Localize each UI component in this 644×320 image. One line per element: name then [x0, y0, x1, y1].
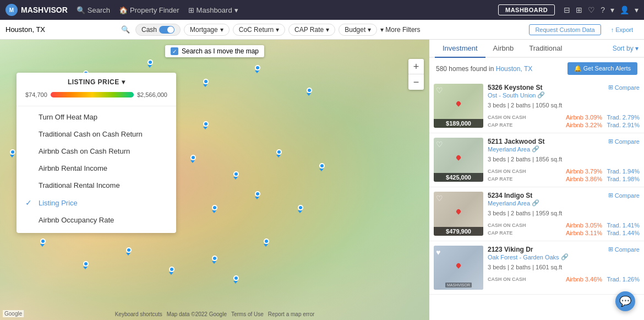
- dropdown-title[interactable]: LISTING PRICE ▾: [25, 78, 167, 86]
- help-icon[interactable]: ?: [601, 6, 605, 14]
- menu-item-traditional-income[interactable]: Traditional Rental Income: [17, 177, 176, 194]
- compare-button[interactable]: ⊞ Compare: [608, 84, 640, 91]
- map-pin[interactable]: [203, 79, 209, 84]
- chevron-down-icon: ▾: [234, 6, 238, 14]
- map-footer-report[interactable]: Report a map error: [268, 311, 314, 317]
- filter-group: Cash Mortgage ▾ CoC Return ▾ CAP Rate ▾ …: [135, 24, 523, 36]
- tab-airbnb[interactable]: Airbnb: [485, 40, 522, 58]
- coc-filter[interactable]: CoC Return ▾: [233, 24, 285, 36]
- cash-toggle[interactable]: [159, 26, 174, 34]
- nav-property-finder[interactable]: 🏠 Property Finder: [119, 6, 179, 14]
- cap-rate-filter[interactable]: CAP Rate ▾: [288, 24, 335, 36]
- coc-airbnb-value: Airbnb 3.09%: [566, 114, 602, 121]
- grid-icon-2[interactable]: ⊟: [564, 6, 570, 14]
- listing-card[interactable]: ♥ 2123 Viking Dr Oak Forest - Garden Oak…: [429, 241, 644, 295]
- map-pin[interactable]: [255, 65, 260, 70]
- map-pin[interactable]: [10, 149, 15, 155]
- sort-by-button[interactable]: Sort by ▾: [613, 40, 638, 57]
- tab-traditional[interactable]: Traditional: [521, 40, 570, 58]
- menu-item-airbnb-income[interactable]: Airbnb Rental Income: [17, 160, 176, 177]
- cap-rate-label: CAP RATE: [488, 230, 512, 236]
- favorite-icon[interactable]: ♥: [436, 248, 440, 257]
- check-icon: ✓: [25, 198, 34, 207]
- table-icon[interactable]: ⊞: [576, 6, 582, 14]
- listing-card[interactable]: ♡ $479,900 5234 Indigo St Meyerland Area…: [429, 187, 644, 241]
- search-as-move-checkbox[interactable]: ✓ Search as I move the map: [165, 45, 264, 57]
- chat-bubble-button[interactable]: 💬: [615, 291, 635, 311]
- map-footer-shortcuts[interactable]: Keyboard shortcuts: [115, 311, 162, 317]
- menu-item-traditional-coc[interactable]: Traditional Cash on Cash Return: [17, 126, 176, 143]
- map-pin[interactable]: [264, 238, 269, 244]
- search-icon[interactable]: 🔍: [121, 25, 130, 34]
- menu-item-airbnb-occ[interactable]: Airbnb Occupancy Rate: [17, 211, 176, 229]
- compare-icon: ⊞: [608, 192, 613, 199]
- more-filters-btn[interactable]: ▾ More Filters: [380, 26, 420, 34]
- budget-filter[interactable]: Budget ▾: [339, 24, 377, 36]
- coc-values-row: Airbnb 3.09% Trad. 2.79%: [566, 114, 640, 121]
- nav-mashboard[interactable]: ⊞ Mashboard ▾: [188, 6, 238, 14]
- mashboard-cta-button[interactable]: MASHBOARD: [498, 4, 555, 15]
- map-pin[interactable]: [212, 205, 217, 210]
- cap-airbnb-value: Airbnb 3.22%: [566, 122, 602, 128]
- compare-button[interactable]: ⊞ Compare: [608, 192, 640, 199]
- coc-airbnb-value: Airbnb 3.05%: [566, 222, 602, 229]
- chevron-down-icon-2[interactable]: ▾: [610, 6, 614, 14]
- zoom-out-button[interactable]: −: [408, 74, 424, 90]
- menu-item-turn-off[interactable]: Turn Off Heat Map: [17, 109, 176, 126]
- user-icon[interactable]: 👤: [620, 6, 629, 14]
- listing-price-badge: $189,000: [434, 119, 483, 128]
- export-button[interactable]: ↑ Export: [605, 24, 638, 35]
- map-pin[interactable]: [40, 238, 46, 244]
- cash-label: Cash: [141, 26, 157, 34]
- favorite-icon[interactable]: ♡: [436, 86, 443, 95]
- compare-button[interactable]: ⊞ Compare: [608, 246, 640, 253]
- map-pin[interactable]: [233, 171, 239, 177]
- heart-icon[interactable]: ♡: [588, 6, 595, 14]
- map-pin[interactable]: [190, 155, 196, 160]
- favorite-icon[interactable]: ♡: [436, 194, 443, 203]
- custom-data-button[interactable]: Request Custom Data: [529, 24, 601, 35]
- listing-card[interactable]: ♡ $189,000 5326 Keystone St Ost - South …: [429, 79, 644, 133]
- chevron-down-icon-3[interactable]: ▾: [635, 6, 638, 14]
- listing-card[interactable]: ♡ $425,000 5211 Jackwood St Meyerland Ar…: [429, 133, 644, 187]
- map-pin[interactable]: [169, 267, 174, 272]
- map-pin[interactable]: [319, 163, 325, 169]
- location-input[interactable]: [6, 25, 116, 34]
- menu-item-airbnb-coc[interactable]: Airbnb Cash on Cash Return: [17, 143, 176, 160]
- map-pin[interactable]: [233, 275, 239, 281]
- nav-mb-label: Mashboard: [197, 6, 232, 14]
- zoom-in-button[interactable]: +: [408, 59, 424, 74]
- map-footer-terms[interactable]: Terms of Use: [231, 311, 264, 317]
- get-search-alerts-button[interactable]: 🔔 Get Search Alerts: [567, 62, 637, 75]
- zoom-controls: + −: [408, 59, 424, 90]
- map-pin[interactable]: [203, 121, 209, 127]
- cash-filter[interactable]: Cash: [135, 24, 181, 36]
- cap-trad-value: Trad. 2.91%: [607, 122, 640, 128]
- map-pin[interactable]: [276, 149, 282, 155]
- scale-max-value: $2,566,000: [137, 91, 167, 98]
- coc-label: CASH ON CASH: [488, 115, 526, 120]
- mortgage-filter[interactable]: Mortgage ▾: [184, 24, 230, 36]
- menu-item-listing-price[interactable]: ✓ Listing Price: [17, 194, 176, 211]
- listing-specs: 3 beds | 2 baths | 1856 sq.ft: [488, 156, 640, 162]
- menu-item-label: Airbnb Rental Income: [39, 164, 107, 172]
- favorite-icon[interactable]: ♡: [436, 140, 443, 149]
- results-location: Houston, TX: [496, 65, 532, 73]
- compare-button[interactable]: ⊞ Compare: [608, 138, 640, 145]
- coc-label: CASH ON CASH: [488, 169, 526, 174]
- map-pin[interactable]: [307, 88, 312, 93]
- map-pin[interactable]: [126, 247, 132, 253]
- map-pin[interactable]: [83, 261, 89, 267]
- home-icon: 🏠: [119, 6, 128, 14]
- listing-stats: CASH ON CASH Airbnb 3.09% Trad. 2.79% CA…: [488, 114, 640, 128]
- tab-investment[interactable]: Investment: [435, 40, 485, 58]
- search-bar-actions: Request Custom Data ↑ Export: [529, 24, 638, 35]
- map-pin[interactable]: [148, 59, 153, 65]
- nav-search[interactable]: 🔍 Search: [77, 6, 110, 14]
- compare-icon: ⊞: [608, 138, 613, 145]
- cap-airbnb-value: Airbnb 3.11%: [566, 230, 602, 236]
- map-pin[interactable]: [255, 191, 260, 197]
- map-pin[interactable]: [212, 256, 217, 261]
- listing-details: 2123 Viking Dr Oak Forest - Garden Oaks …: [488, 246, 640, 290]
- map-pin[interactable]: [298, 205, 303, 210]
